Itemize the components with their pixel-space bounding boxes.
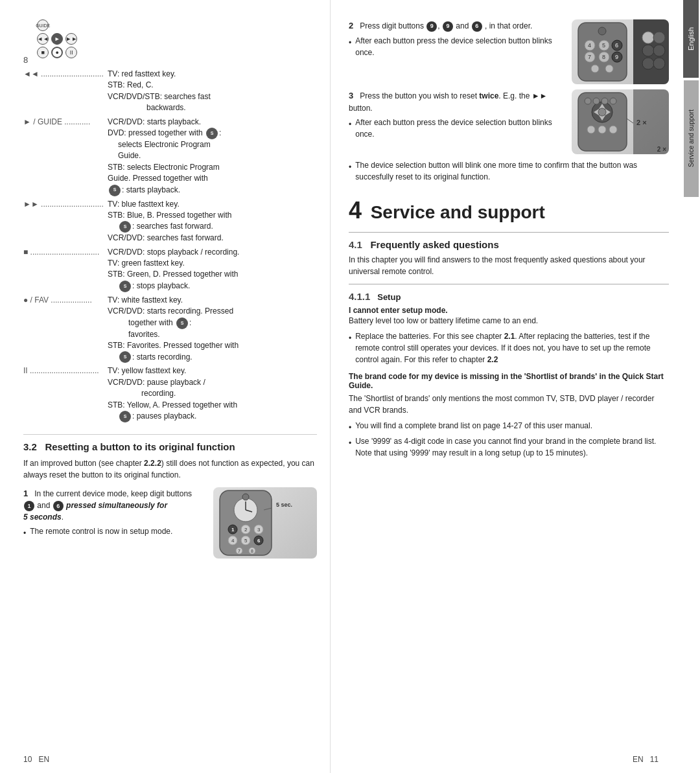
svg-point-37 bbox=[591, 65, 599, 73]
step-3-text: 3 Press the button you wish to reset twi… bbox=[349, 89, 565, 114]
shift-badge-4: S bbox=[119, 281, 131, 292]
step-3-image: 2 × 2 × bbox=[572, 89, 669, 154]
shift-badge-7: S bbox=[119, 411, 131, 422]
step-2-text: 2 Press digit buttons 9, 9 and 6 , in th… bbox=[349, 19, 565, 32]
section-411: 4.1.1 Setup I cannot enter setup mode. B… bbox=[349, 291, 669, 459]
svg-point-59 bbox=[609, 126, 617, 133]
right-column: 2 Press digit buttons 9, 9 and 6 , in th… bbox=[331, 0, 682, 773]
step3-2x-label: 2 × bbox=[657, 146, 666, 153]
svg-point-56 bbox=[610, 98, 616, 104]
key-desc-pause: TV: yellow fasttext key. VCR/DVD: pause … bbox=[108, 365, 237, 422]
step-2-bullets: • After each button press the device sel… bbox=[349, 35, 565, 58]
section-41-title: 4.1 Frequently asked questions bbox=[349, 239, 669, 250]
bullet-icon-2: • bbox=[349, 37, 351, 58]
key-entry-pause: II ................................ TV: … bbox=[23, 365, 317, 422]
step-3-container: 3 Press the button you wish to reset twi… bbox=[349, 89, 669, 154]
svg-text:9: 9 bbox=[615, 54, 618, 60]
bullet-icon-3a: • bbox=[349, 119, 351, 140]
section-41-heading: Frequently asked questions bbox=[370, 239, 498, 250]
key-entry-record-fav: ● / FAV ................... TV: white fa… bbox=[23, 295, 317, 363]
record-icon: ● bbox=[51, 47, 63, 58]
issue1-body: Battery level too low or battery lifetim… bbox=[349, 315, 669, 327]
pause-icon: II bbox=[65, 47, 77, 58]
remote-svg-step1: 5 sec. 1 2 3 4 bbox=[213, 487, 317, 559]
section-411-title: 4.1.1 Setup bbox=[349, 291, 669, 302]
key-label-record-fav: ● / FAV ................... bbox=[23, 295, 108, 363]
section-411-heading: Setup bbox=[377, 292, 401, 302]
issue1-bullet-text: Replace the batteries. For this see chap… bbox=[355, 330, 669, 365]
fast-forward-icon: ►► bbox=[65, 33, 77, 45]
svg-text:5: 5 bbox=[602, 42, 605, 49]
step-3-second-bullet-area: • The device selection button will blink… bbox=[349, 159, 669, 183]
svg-line-61 bbox=[627, 119, 633, 123]
key-desc-stop: VCR/DVD: stops playback / recording. TV:… bbox=[108, 247, 239, 292]
page-en-right: EN bbox=[633, 755, 644, 764]
icon-row-3: ■ ● II bbox=[37, 47, 77, 58]
svg-point-54 bbox=[593, 98, 600, 104]
page-numbers: 10 EN EN 11 bbox=[0, 755, 682, 764]
page-en-left: EN bbox=[38, 755, 49, 764]
section-8-num: 8 bbox=[23, 55, 28, 65]
key-entries-list: ◄◄ ............................. TV: red… bbox=[23, 69, 317, 422]
svg-point-55 bbox=[601, 98, 608, 104]
key-desc-play-guide: VCR/DVD: starts playback. DVD: pressed t… bbox=[108, 117, 221, 196]
svg-point-53 bbox=[585, 98, 591, 104]
digit-btn-9a: 9 bbox=[426, 21, 437, 32]
issue1-bullet: • Replace the batteries. For this see ch… bbox=[349, 330, 669, 365]
key-label-play-guide: ► / GUIDE ............ bbox=[23, 117, 108, 196]
digit-btn-1: 1 bbox=[24, 501, 34, 511]
key-entry-play-guide: ► / GUIDE ............ VCR/DVD: starts p… bbox=[23, 117, 317, 196]
svg-text:2: 2 bbox=[244, 527, 248, 533]
key-label-stop: ■ ................................ bbox=[23, 247, 108, 292]
step-2-text-area: 2 Press digit buttons 9, 9 and 6 , in th… bbox=[349, 19, 565, 84]
page-num-left: 10 bbox=[23, 755, 32, 764]
svg-text:4: 4 bbox=[588, 42, 591, 49]
issue2-label: The brand code for my device is missing … bbox=[349, 372, 669, 390]
step-2-container: 2 Press digit buttons 9, 9 and 6 , in th… bbox=[349, 19, 669, 84]
step-1-image: 5 sec. 1 2 3 4 bbox=[213, 487, 317, 559]
remote-img-step3: 2 × bbox=[572, 89, 669, 154]
svg-point-42 bbox=[642, 45, 654, 56]
step-2-bullet: • After each button press the device sel… bbox=[349, 35, 565, 58]
shift-badge-6: S bbox=[119, 351, 131, 363]
step-3-bullets: • After each button press the device sel… bbox=[349, 117, 565, 140]
svg-text:7: 7 bbox=[588, 54, 591, 60]
svg-point-43 bbox=[653, 45, 665, 56]
section-32-intro: If an improved button (see chapter 2.2.2… bbox=[23, 457, 317, 481]
svg-point-18 bbox=[242, 494, 249, 500]
svg-point-45 bbox=[653, 58, 665, 69]
section-32-title: 3.2 Resetting a button to its original f… bbox=[23, 441, 317, 452]
stop-icon: ■ bbox=[37, 47, 49, 58]
rewind-icon: ◄◄ bbox=[37, 33, 49, 45]
section-32-num: 3.2 bbox=[23, 441, 37, 452]
bullet-icon-i2b: • bbox=[349, 437, 351, 459]
chapter-4-num: 4 bbox=[349, 197, 362, 224]
svg-text:3: 3 bbox=[257, 527, 261, 533]
step-3-bullet1: • After each button press the device sel… bbox=[349, 117, 565, 140]
step-3-bullet1-text: After each button press the device selec… bbox=[355, 117, 565, 140]
step-2-bullet-text: After each button press the device selec… bbox=[355, 35, 565, 58]
page-left: 10 EN bbox=[23, 755, 49, 764]
key-label-rewind: ◄◄ ............................. bbox=[23, 69, 108, 114]
digit-btn-9b: 9 bbox=[443, 21, 453, 32]
svg-text:1: 1 bbox=[231, 527, 235, 533]
svg-text:6: 6 bbox=[615, 42, 618, 49]
page-right: EN 11 bbox=[633, 755, 659, 764]
step3-twice-bold: twice bbox=[479, 91, 498, 100]
svg-text:7: 7 bbox=[238, 549, 240, 553]
left-column: 8 GUIDE ◄◄ ► ►► ■ ● II bbox=[0, 0, 331, 773]
digit-btn-6: 6 bbox=[53, 501, 64, 511]
section-41: 4.1 Frequently asked questions In this c… bbox=[349, 239, 669, 277]
step-3-bullet2: • The device selection button will blink… bbox=[349, 159, 669, 183]
svg-text:5: 5 bbox=[244, 538, 248, 544]
issue2-bullet1: • You will find a complete brand list on… bbox=[349, 420, 669, 433]
section-41-intro: In this chapter you will find answers to… bbox=[349, 254, 669, 277]
bullet-icon-i1: • bbox=[349, 332, 351, 365]
svg-text:8: 8 bbox=[251, 549, 253, 553]
issue2-bullet1-text: You will find a complete brand list on p… bbox=[355, 420, 592, 433]
svg-text:5 sec.: 5 sec. bbox=[276, 502, 292, 508]
guide-icon: GUIDE bbox=[37, 19, 49, 31]
key-label-ffwd: ►► ............................. bbox=[23, 199, 108, 244]
tab-english: English bbox=[683, 0, 699, 78]
svg-point-41 bbox=[653, 32, 665, 43]
